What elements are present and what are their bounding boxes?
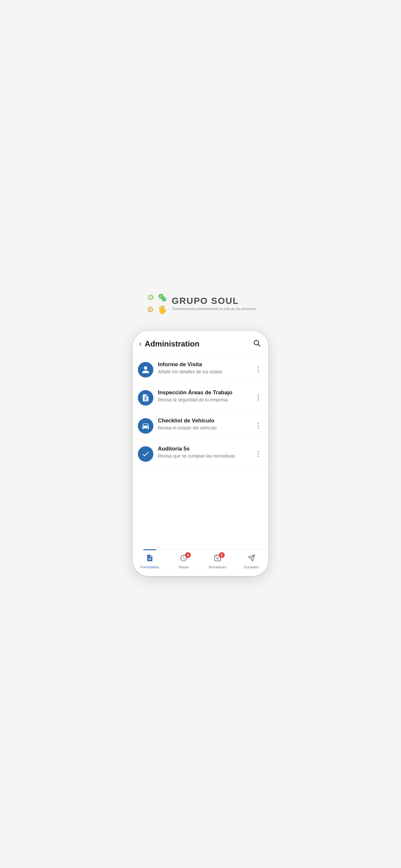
list-item[interactable]: Checklist de Vehículo Revisa el estado d… (133, 412, 268, 440)
phone-frame: ‹ Administration Informe de Visita Añade… (133, 331, 268, 576)
app-header: ‹ Administration (133, 331, 268, 355)
item-menu-button[interactable]: ⋮ (253, 393, 263, 402)
item-icon-document (138, 390, 153, 406)
nav-item-formularios[interactable]: Formularios (133, 552, 166, 571)
logo-icon-virus: 🦠 (157, 292, 168, 304)
item-icon-checkmark (138, 446, 153, 462)
item-subtitle: Revisa el estado del vehículo (158, 425, 253, 431)
logo-subtitle: Transformando positivamente la vida de l… (172, 307, 256, 311)
item-text: Informe de Visita Añade los detalles de … (158, 361, 253, 375)
formularios-label: Formularios (140, 565, 159, 569)
formularios-icon (146, 554, 154, 564)
list-container: Informe de Visita Añade los detalles de … (133, 355, 268, 549)
search-icon[interactable] (251, 338, 262, 350)
item-text: Inspección Áreas de Trabajo Revisa la se… (158, 390, 253, 403)
tareas-badge: 4 (185, 552, 191, 558)
borradores-icon: 2 (214, 554, 221, 564)
nav-item-tareas[interactable]: 4 Tareas (166, 552, 201, 571)
item-text: Auditoría 5s Revisa que se cumplan las n… (158, 445, 253, 460)
nav-item-enviados[interactable]: Enviados (235, 552, 268, 571)
logo-icons: ✡ 🦠 ⚙ 🖐 (145, 292, 168, 314)
item-title: Inspección Áreas de Trabajo (158, 390, 253, 396)
item-menu-button[interactable]: ⋮ (253, 365, 263, 374)
item-icon-car (138, 418, 153, 434)
logo-title: GRUPO SOUL (172, 296, 256, 306)
item-menu-button[interactable]: ⋮ (253, 450, 263, 458)
item-subtitle: Revisa que se cumplan las normativas (158, 453, 253, 460)
item-subtitle: Añade los detalles de tus visitas (158, 369, 253, 375)
list-item[interactable]: Auditoría 5s Revisa que se cumplan las n… (133, 440, 268, 468)
enviados-icon (248, 554, 255, 564)
list-item[interactable]: Informe de Visita Añade los detalles de … (133, 355, 268, 383)
item-text: Checklist de Vehículo Revisa el estado d… (158, 417, 253, 431)
logo-area: ✡ 🦠 ⚙ 🖐 GRUPO SOUL Transformando positiv… (145, 292, 256, 314)
tareas-icon: 4 (180, 554, 188, 564)
item-icon-person (138, 362, 153, 377)
borradores-badge: 2 (219, 552, 225, 558)
back-button[interactable]: ‹ (138, 338, 143, 349)
item-menu-button[interactable]: ⋮ (253, 422, 263, 430)
svg-line-1 (258, 345, 260, 346)
list-item[interactable]: Inspección Áreas de Trabajo Revisa la se… (133, 383, 268, 412)
item-title: Auditoría 5s (158, 445, 253, 452)
item-title: Informe de Visita (158, 361, 253, 368)
item-title: Checklist de Vehículo (158, 417, 253, 424)
bottom-nav: Formularios 4 Tareas 2 Borradore (133, 549, 268, 576)
logo-icon-hand: 🖐 (157, 305, 168, 315)
nav-item-borradores[interactable]: 2 Borradores (201, 552, 235, 571)
logo-icon-star: ✡ (145, 292, 156, 304)
logo-text: GRUPO SOUL Transformando positivamente l… (172, 296, 256, 311)
item-subtitle: Revisa la seguridad de tu empresa (158, 397, 253, 403)
header-left: ‹ Administration (138, 338, 199, 349)
enviados-label: Enviados (244, 565, 258, 569)
tareas-label: Tareas (178, 565, 189, 569)
borradores-label: Borradores (209, 565, 226, 569)
page-title: Administration (145, 339, 199, 348)
logo-icon-gear: ⚙ (145, 305, 156, 315)
